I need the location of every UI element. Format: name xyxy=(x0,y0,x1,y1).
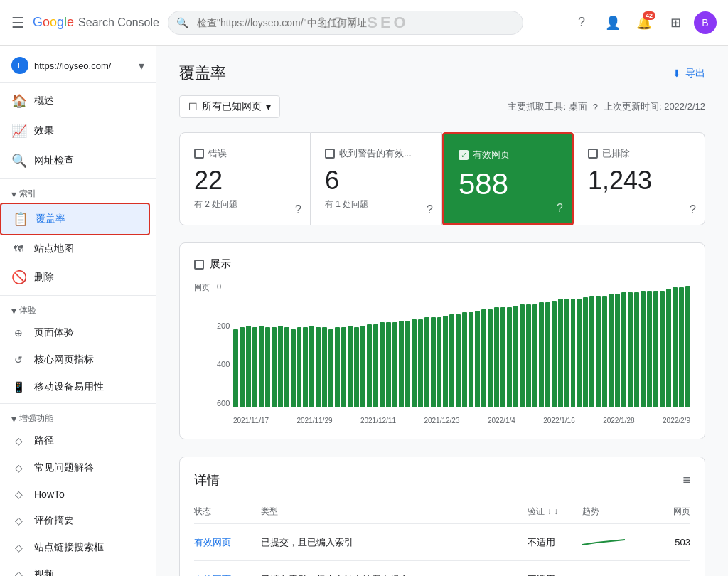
stat-label-valid: ✓ 有效网页 xyxy=(459,149,557,161)
x-tick-1: 2021/11/29 xyxy=(296,417,332,425)
bar-7 xyxy=(278,326,283,407)
sidebar-label-core-web: 核心网页指标 xyxy=(34,353,94,366)
table-header-row: 状态 类型 验证 ↓ ↓ 趋势 网页 xyxy=(194,500,690,524)
sidebar-item-removals[interactable]: 🚫 删除 xyxy=(0,262,150,292)
y-tick-600: 600 xyxy=(217,399,230,407)
sidebar-divider-index xyxy=(0,178,156,179)
warnings-help-icon[interactable]: ? xyxy=(427,203,433,216)
sidebar-item-performance[interactable]: 📈 效果 xyxy=(0,116,150,146)
valid-help-icon[interactable]: ? xyxy=(557,202,563,215)
sidebar-item-overview[interactable]: 🏠 概述 xyxy=(0,86,150,116)
notifications-button[interactable]: 🔔 42 xyxy=(631,10,657,36)
account-icon-btn[interactable]: 👤 xyxy=(600,10,626,36)
chart-x-axis: 2021/11/172021/11/292021/12/112021/12/23… xyxy=(233,417,690,425)
chart-section: 展示 网页 600 400 200 0 2021/11/172021/11/29… xyxy=(179,242,705,439)
bar-38 xyxy=(475,311,480,407)
sidebar-item-howto[interactable]: ◇ HowTo xyxy=(0,481,150,507)
bar-4 xyxy=(259,326,264,407)
warnings-label-text: 收到警告的有效... xyxy=(339,147,412,160)
valid-label-text: 有效网页 xyxy=(473,149,510,161)
sidebar-item-core-web[interactable]: ↺ 核心网页指标 xyxy=(0,346,150,373)
table-body: 有效网页 已提交，且已编入索引 不适用 503 有效网页 已编入索引，但未在站点… xyxy=(194,524,690,577)
coverage-item-wrap: 📋 覆盖率 xyxy=(0,203,156,235)
trend-chart-up xyxy=(582,534,625,548)
sidebar-item-coverage[interactable]: 📋 覆盖率 xyxy=(0,203,150,235)
site-selector[interactable]: L https://loyseo.com/ ▾ xyxy=(0,51,156,80)
sidebar-item-page-experience[interactable]: ⊕ 页面体验 xyxy=(0,319,150,346)
bar-29 xyxy=(418,319,423,407)
bar-17 xyxy=(341,327,346,407)
sidebar-item-breadcrumbs[interactable]: ◇ 路径 xyxy=(0,427,150,454)
apps-button[interactable]: ⊞ xyxy=(663,10,688,36)
bar-70 xyxy=(679,287,684,407)
sort-icon: ↓ xyxy=(554,506,558,516)
sidebar-item-video[interactable]: ◇ 视频 xyxy=(0,561,150,576)
bar-22 xyxy=(373,324,378,407)
sidebar-item-faq[interactable]: ◇ 常见问题解答 xyxy=(0,454,150,481)
row1-status-link[interactable]: 有效网页 xyxy=(194,537,231,548)
row2-status[interactable]: 有效网页 xyxy=(194,561,261,577)
stat-card-valid[interactable]: ✓ 有效网页 588 ? xyxy=(442,132,574,225)
sidebar-label-performance: 效果 xyxy=(34,124,54,137)
bar-61 xyxy=(621,292,626,407)
excluded-label-text: 已排除 xyxy=(602,147,630,160)
chart-header: 展示 xyxy=(194,257,690,271)
valid-checkbox: ✓ xyxy=(459,150,469,160)
details-section: 详情 ≡ 状态 类型 验证 ↓ ↓ 趋势 网页 xyxy=(179,457,705,576)
stat-card-errors[interactable]: 错误 22 有 2 处问题 ? xyxy=(179,132,311,225)
help-button[interactable]: ? xyxy=(569,10,594,36)
sidebar-label-page-experience: 页面体验 xyxy=(34,326,74,339)
bar-41 xyxy=(494,307,499,407)
filter-rows-icon[interactable]: ≡ xyxy=(682,473,690,488)
menu-icon[interactable]: ☰ xyxy=(11,14,24,31)
bar-5 xyxy=(265,327,270,407)
bar-56 xyxy=(589,296,594,407)
row1-status[interactable]: 有效网页 xyxy=(194,524,261,561)
avatar[interactable]: B xyxy=(694,11,717,34)
bar-46 xyxy=(526,304,531,407)
bar-3 xyxy=(252,327,257,407)
stat-card-excluded[interactable]: 已排除 1,243 ? xyxy=(574,132,705,225)
trending-icon: 📈 xyxy=(11,123,26,139)
sidebar-divider-top xyxy=(0,82,156,83)
row2-status-link[interactable]: 有效网页 xyxy=(194,574,231,577)
filter-bar: ☐ 所有已知网页 ▾ 主要抓取工具: 桌面 ? 上次更新时间: 2022/2/1… xyxy=(179,95,705,118)
row2-verification: 不适用 xyxy=(528,561,582,577)
bar-68 xyxy=(666,289,671,407)
bar-55 xyxy=(583,297,588,407)
bar-8 xyxy=(284,327,289,407)
bar-51 xyxy=(558,299,563,407)
bar-59 xyxy=(609,294,614,407)
y-tick-200: 200 xyxy=(217,321,230,330)
bar-60 xyxy=(615,294,620,407)
bar-35 xyxy=(456,314,461,407)
x-tick-7: 2022/2/9 xyxy=(663,417,690,425)
sidebar-item-sitemaps[interactable]: 🗺 站点地图 xyxy=(0,235,150,262)
index-chevron-icon: ▾ xyxy=(11,188,16,200)
sidebar-item-review[interactable]: ◇ 评价摘要 xyxy=(0,507,150,534)
bar-48 xyxy=(539,302,544,407)
details-table: 状态 类型 验证 ↓ ↓ 趋势 网页 有效网页 已提交，且已编入索引 xyxy=(194,500,690,576)
errors-help-icon[interactable]: ? xyxy=(295,203,301,216)
bar-19 xyxy=(354,327,359,407)
stat-card-warnings[interactable]: 收到警告的有效... 6 有 1 处问题 ? xyxy=(311,132,442,225)
bar-52 xyxy=(564,299,569,407)
experience-section-label: ▾ 体验 xyxy=(0,299,156,319)
dropdown-icon: ▾ xyxy=(139,59,144,73)
bar-13 xyxy=(316,327,321,407)
sidebar-item-url-inspection[interactable]: 🔍 网址检查 xyxy=(0,146,150,176)
col-trend: 趋势 xyxy=(582,500,659,524)
sidebar-item-sitelinks[interactable]: ◇ 站点链接搜索框 xyxy=(0,534,150,561)
primary-tool-help-icon: ? xyxy=(593,102,598,112)
sidebar-label-mobile: 移动设备易用性 xyxy=(34,380,104,393)
bar-62 xyxy=(628,292,633,407)
notification-badge: 42 xyxy=(643,11,655,20)
search-input[interactable] xyxy=(168,11,523,35)
export-button[interactable]: ⬇ 导出 xyxy=(673,67,705,80)
stat-cards: 错误 22 有 2 处问题 ? 收到警告的有效... 6 有 1 处问题 ? ✓ xyxy=(179,132,705,225)
search-icon: 🔍 xyxy=(176,17,188,28)
excluded-help-icon[interactable]: ? xyxy=(690,203,696,216)
sidebar: L https://loyseo.com/ ▾ 🏠 概述 📈 效果 🔍 网址检查… xyxy=(0,46,156,576)
sidebar-item-mobile[interactable]: 📱 移动设备易用性 xyxy=(0,373,150,400)
filter-dropdown[interactable]: ☐ 所有已知网页 ▾ xyxy=(179,95,280,118)
